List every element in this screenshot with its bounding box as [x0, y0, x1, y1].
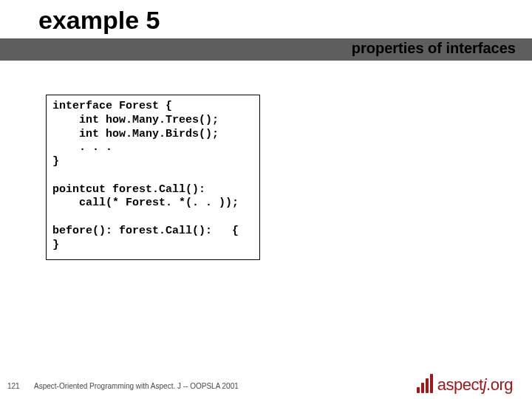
aspectj-logo: aspectj.org [415, 374, 513, 393]
code-box: interface Forest { int how.Many.Trees();… [46, 95, 260, 260]
code-content: interface Forest { int how.Many.Trees();… [52, 100, 253, 252]
slide-title: example 5 [38, 6, 160, 35]
slide-subtitle: properties of interfaces [352, 40, 516, 57]
slide-number: 121 [7, 382, 20, 390]
aspectj-logo-icon [415, 374, 434, 393]
logo-text-left: aspect [437, 375, 483, 394]
aspectj-logo-text: aspectj.org [437, 377, 513, 393]
logo-text-right: .org [486, 375, 513, 394]
footer-text: Aspect-Oriented Programming with Aspect.… [34, 382, 239, 390]
